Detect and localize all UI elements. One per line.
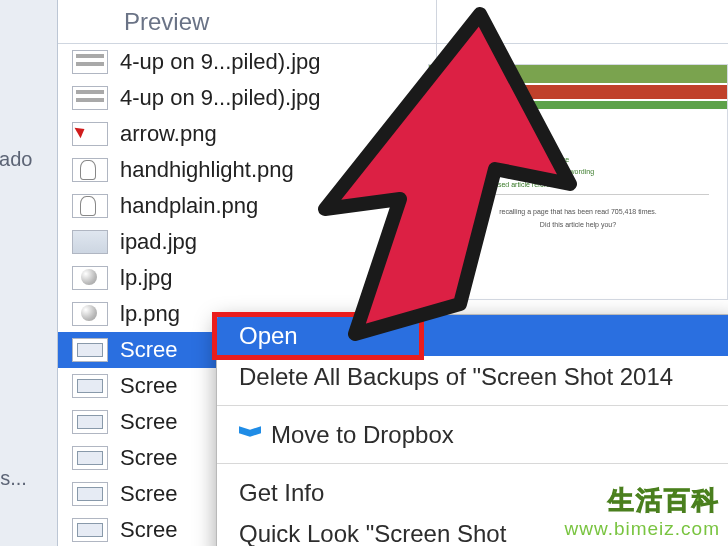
file-name: Scree — [120, 481, 177, 507]
file-name: 4-up on 9...piled).jpg — [120, 85, 321, 111]
file-name: Scree — [120, 445, 177, 471]
file-name: Scree — [120, 337, 177, 363]
file-row[interactable]: 4-up on 9...piled).jpg — [58, 80, 436, 116]
file-name: lp.png — [120, 301, 180, 327]
file-name: arrow.png — [120, 121, 217, 147]
file-thumbnail-icon — [72, 410, 108, 434]
file-row[interactable]: handhighlight.png — [58, 152, 436, 188]
file-thumbnail-icon — [72, 374, 108, 398]
preview-body: sample search results line one another g… — [439, 127, 717, 289]
file-row[interactable]: 4-up on 9...piled).jpg — [58, 44, 436, 80]
watermark-url: www.bimeiz.com — [565, 518, 720, 540]
menu-item-label: Move to Dropbox — [271, 421, 454, 449]
preview-subbar — [429, 101, 727, 109]
watermark: 生活百科 www.bimeiz.com — [565, 483, 720, 540]
menu-item-open[interactable]: Open — [217, 315, 728, 356]
preview-footnote: Did this article help you? — [439, 221, 717, 228]
menu-item-label: Open — [239, 322, 298, 350]
menu-item-delete-backups[interactable]: Delete All Backups of "Screen Shot 2014 — [217, 356, 728, 397]
preview-line: result entry with common encyclopedia wo… — [447, 167, 709, 178]
finder-sidebar: sgado ries... — [0, 0, 58, 546]
menu-item-label: Delete All Backups of "Screen Shot 2014 — [239, 363, 673, 391]
file-row[interactable]: lp.jpg — [58, 260, 436, 296]
menu-item-label: Get Info — [239, 479, 324, 507]
preview-footnote: recalling a page that has been read 705,… — [439, 208, 717, 215]
file-name: handhighlight.png — [120, 157, 294, 183]
list-section-header: Preview — [58, 0, 728, 44]
sidebar-label-1[interactable]: sgado — [0, 148, 33, 171]
preview-chrome-bar — [429, 65, 727, 83]
file-name: 4-up on 9...piled).jpg — [120, 49, 321, 75]
file-thumbnail-icon — [72, 230, 108, 254]
file-name: lp.jpg — [120, 265, 173, 291]
menu-separator — [217, 405, 728, 406]
file-thumbnail-icon — [72, 266, 108, 290]
file-thumbnail-icon — [72, 482, 108, 506]
preview-toolbar — [429, 85, 727, 99]
file-name: handplain.png — [120, 193, 258, 219]
watermark-text: 生活百科 — [565, 483, 720, 518]
file-thumbnail-icon — [72, 158, 108, 182]
file-thumbnail-icon — [72, 194, 108, 218]
file-thumbnail-icon — [72, 446, 108, 470]
quicklook-preview: sample search results line one another g… — [428, 64, 728, 300]
file-row[interactable]: arrow.png — [58, 116, 436, 152]
file-row[interactable]: handplain.png — [58, 188, 436, 224]
file-name: Scree — [120, 517, 177, 543]
dropbox-icon — [239, 424, 261, 446]
file-row[interactable]: ipad.jpg — [58, 224, 436, 260]
menu-item-move-to-dropbox[interactable]: Move to Dropbox — [217, 414, 728, 455]
file-thumbnail-icon — [72, 518, 108, 542]
file-name: ipad.jpg — [120, 229, 197, 255]
menu-separator — [217, 463, 728, 464]
file-thumbnail-icon — [72, 302, 108, 326]
file-thumbnail-icon — [72, 50, 108, 74]
file-name: Scree — [120, 409, 177, 435]
menu-item-label: Quick Look "Screen Shot — [239, 520, 506, 547]
sidebar-label-2[interactable]: ries... — [0, 467, 27, 490]
preview-line: frequently accessed article reference li… — [447, 180, 709, 191]
file-thumbnail-icon — [72, 86, 108, 110]
preview-line: another green link style line of text he… — [447, 155, 709, 166]
section-title: Preview — [124, 8, 209, 36]
preview-line: sample search results line one — [447, 142, 709, 153]
preview-heading — [447, 131, 709, 140]
file-thumbnail-icon — [72, 338, 108, 362]
file-name: Scree — [120, 373, 177, 399]
preview-divider — [447, 194, 709, 202]
file-thumbnail-icon — [72, 122, 108, 146]
